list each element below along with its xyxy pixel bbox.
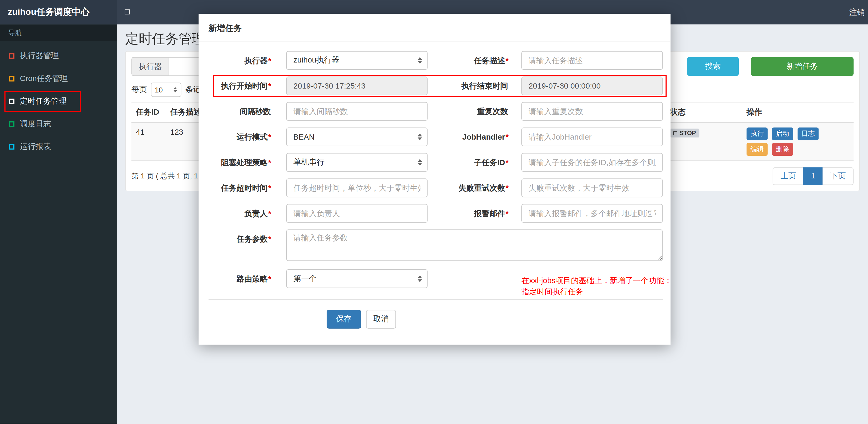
status-badge: STOP bbox=[670, 129, 699, 137]
pagination-page-1[interactable]: 1 bbox=[803, 167, 823, 185]
square-icon bbox=[9, 121, 14, 127]
form-row-5: 阻塞处理策略* 单机串行 子任务ID* bbox=[198, 153, 671, 172]
square-icon bbox=[9, 53, 14, 58]
col-header-actions: 操作 bbox=[742, 103, 854, 123]
form-row-6: 任务超时时间* 失败重试次数* bbox=[198, 178, 671, 197]
repeat-input[interactable] bbox=[521, 102, 663, 121]
end-time-label: 执行结束时间 bbox=[445, 76, 508, 95]
form-row-9: 路由策略* 第一个 在xxl-jobs项目的基础上，新增了一个功能： 指定时间执… bbox=[198, 269, 671, 297]
end-time-input[interactable] bbox=[521, 76, 663, 95]
required-asterisk: * bbox=[268, 209, 271, 218]
field-label-text: 间隔秒数 bbox=[240, 107, 271, 116]
params-textarea[interactable] bbox=[286, 229, 663, 261]
required-asterisk: * bbox=[268, 81, 271, 90]
select-arrows-icon bbox=[417, 134, 422, 140]
required-asterisk: * bbox=[506, 183, 509, 192]
executor-filter-label: 执行器 bbox=[131, 57, 169, 76]
sidebar-item-run-report[interactable]: 运行报表 bbox=[0, 135, 117, 158]
interval-label: 间隔秒数 bbox=[208, 102, 271, 121]
start-time-input[interactable] bbox=[286, 76, 428, 95]
alarm-email-input[interactable] bbox=[521, 204, 663, 223]
save-button[interactable]: 保存 bbox=[327, 310, 361, 328]
field-label-text: 任务参数 bbox=[237, 234, 268, 243]
interval-input[interactable] bbox=[286, 102, 428, 121]
logout-link[interactable]: 注销 bbox=[842, 0, 868, 25]
sidebar-item-label: 执行器管理 bbox=[20, 51, 59, 61]
form-row-2: 执行开始时间* 执行结束时间 bbox=[198, 76, 671, 95]
field-label-text: 负责人 bbox=[244, 209, 268, 218]
owner-input[interactable] bbox=[286, 204, 428, 223]
modal-footer-divider bbox=[209, 299, 663, 300]
sidebar-item-executor-manage[interactable]: 执行器管理 bbox=[0, 44, 117, 67]
cancel-button[interactable]: 取消 bbox=[366, 310, 396, 328]
start-button[interactable]: 启动 bbox=[772, 127, 793, 140]
field-label-text: 执行开始时间 bbox=[221, 81, 268, 90]
feature-note-line2: 指定时间执行任务 bbox=[521, 286, 672, 297]
sidebar-menu: 执行器管理 Cron任务管理 定时任务管理 调度日志 运行报表 bbox=[0, 44, 117, 158]
block-strategy-label: 阻塞处理策略* bbox=[208, 153, 271, 172]
executor-select[interactable]: zuihou执行器 bbox=[286, 51, 428, 70]
per-page-value: 10 bbox=[155, 86, 163, 94]
field-label-text: 任务超时时间 bbox=[221, 183, 268, 192]
sidebar-item-label: 调度日志 bbox=[20, 119, 51, 129]
square-icon bbox=[9, 75, 14, 81]
route-strategy-select[interactable]: 第一个 bbox=[286, 269, 428, 288]
add-task-button[interactable]: 新增任务 bbox=[751, 57, 854, 76]
action-line-2: 编辑 删除 bbox=[747, 143, 849, 156]
search-button[interactable]: 搜索 bbox=[687, 57, 739, 76]
form-row-7: 负责人* 报警邮件* bbox=[198, 204, 671, 223]
required-asterisk: * bbox=[506, 133, 509, 141]
repeat-label: 重复次数 bbox=[445, 102, 508, 121]
feature-note-line1: 在xxl-jobs项目的基础上，新增了一个功能： bbox=[521, 275, 672, 286]
required-asterisk: * bbox=[268, 274, 271, 283]
delete-button[interactable]: 删除 bbox=[772, 143, 793, 156]
required-asterisk: * bbox=[268, 158, 271, 167]
log-button[interactable]: 日志 bbox=[797, 127, 818, 140]
per-page-select[interactable]: 10 bbox=[151, 83, 181, 97]
cell-status: STOP bbox=[665, 122, 742, 160]
params-label: 任务参数* bbox=[208, 229, 271, 248]
run-button[interactable]: 执行 bbox=[747, 127, 768, 140]
app-brand[interactable]: zuihou任务调度中心 bbox=[0, 0, 117, 25]
required-asterisk: * bbox=[268, 234, 271, 243]
sidebar-item-label: 运行报表 bbox=[20, 142, 51, 152]
sidebar-item-timed-task-manage[interactable]: 定时任务管理 bbox=[0, 90, 117, 112]
required-asterisk: * bbox=[506, 209, 509, 218]
executor-label: 执行器* bbox=[208, 51, 271, 70]
col-header-task-id[interactable]: 任务ID bbox=[131, 103, 166, 123]
alarm-email-label: 报警邮件* bbox=[445, 204, 508, 223]
form-row-3: 间隔秒数 重复次数 bbox=[198, 102, 671, 121]
field-label-text: 重复次数 bbox=[477, 107, 508, 116]
sidebar-item-cron-task-manage[interactable]: Cron任务管理 bbox=[0, 67, 117, 90]
form-row-8: 任务参数* bbox=[198, 229, 671, 261]
pagination: 上页 1 下页 bbox=[773, 167, 854, 185]
retry-label: 失败重试次数* bbox=[445, 178, 508, 197]
run-mode-select[interactable]: BEAN bbox=[286, 127, 428, 146]
field-label-text: 运行模式 bbox=[237, 133, 268, 141]
square-icon bbox=[9, 98, 14, 104]
field-label-text: 阻塞处理策略 bbox=[221, 158, 268, 167]
field-label-text: JobHandler bbox=[462, 133, 505, 141]
edit-button[interactable]: 编辑 bbox=[747, 143, 768, 156]
retry-input[interactable] bbox=[521, 178, 663, 197]
select-arrows-icon bbox=[174, 87, 177, 92]
timeout-label: 任务超时时间* bbox=[208, 178, 271, 197]
field-label-text: 任务描述 bbox=[474, 56, 505, 65]
task-desc-input[interactable] bbox=[521, 51, 663, 70]
jobhandler-input[interactable] bbox=[521, 127, 663, 146]
pagination-prev[interactable]: 上页 bbox=[773, 167, 804, 185]
select-arrows-icon bbox=[417, 159, 422, 166]
block-strategy-select-value: 单机串行 bbox=[293, 157, 324, 167]
stop-icon bbox=[673, 131, 677, 135]
block-strategy-select[interactable]: 单机串行 bbox=[286, 153, 428, 172]
owner-label: 负责人* bbox=[208, 204, 271, 223]
timeout-input[interactable] bbox=[286, 178, 428, 197]
route-strategy-label: 路由策略* bbox=[208, 269, 271, 288]
square-icon bbox=[9, 144, 14, 149]
pagination-next[interactable]: 下页 bbox=[823, 167, 854, 185]
required-asterisk: * bbox=[268, 133, 271, 141]
sidebar-item-dispatch-log[interactable]: 调度日志 bbox=[0, 112, 117, 135]
child-task-label: 子任务ID* bbox=[445, 153, 508, 172]
child-task-input[interactable] bbox=[521, 153, 663, 172]
sidebar-toggle-icon[interactable] bbox=[125, 9, 130, 14]
